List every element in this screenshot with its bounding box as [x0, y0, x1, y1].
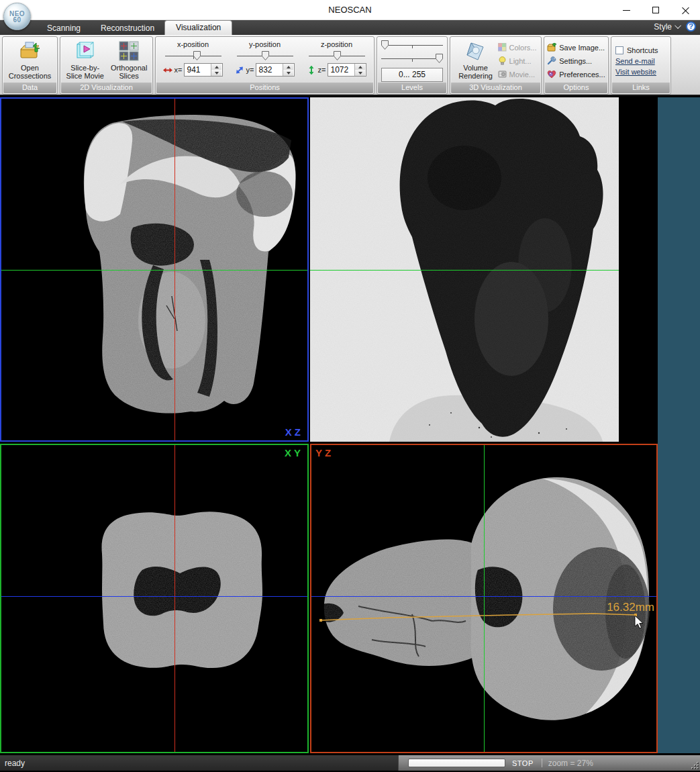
levels-max-slider[interactable] [381, 53, 443, 64]
levels-min-slider[interactable] [381, 40, 443, 50]
crosshair-y-green-line[interactable] [484, 445, 485, 752]
z-position-field-box [328, 63, 366, 77]
spin-down-icon [215, 72, 219, 75]
save-image-icon [547, 43, 556, 52]
volume-rendering-label: Volume Rendering [455, 64, 497, 80]
measurement-endpoint-start[interactable] [319, 619, 322, 622]
group-options: Save Image... Settings... [544, 36, 609, 95]
z-slider-thumb[interactable] [334, 51, 341, 60]
viewport: XZ [0, 96, 700, 755]
ribbon-tab-bar: NEO 60 Scanning Reconstruction Visualiza… [0, 20, 700, 35]
slice-by-slice-movie-label: Slice-by-Slice Movie [63, 64, 107, 80]
colors-icon [498, 43, 507, 52]
open-crossections-button[interactable]: Open Crossections [6, 39, 54, 80]
progress-bar [408, 759, 505, 767]
movie-button: Movie... [498, 68, 537, 80]
x-slider-thumb[interactable] [193, 51, 201, 60]
help-icon[interactable]: ? [686, 21, 696, 32]
z-position-spinner [354, 64, 365, 76]
y-slider-thumb[interactable] [262, 51, 269, 60]
levels-min-thumb[interactable] [381, 40, 389, 50]
status-separator [542, 759, 542, 767]
colors-label: Colors... [509, 44, 537, 52]
view-yz[interactable]: YZ 16.32mm [310, 444, 658, 753]
shortcuts-checkbox[interactable] [615, 46, 623, 54]
crosshair-z-green-line[interactable] [1, 270, 307, 271]
y-axis-icon [235, 66, 244, 75]
settings-label: Settings... [559, 57, 592, 65]
levels-range-display: 0... 255 [381, 68, 443, 82]
tab-scanning[interactable]: Scanning [37, 21, 91, 35]
shortcuts-label: Shortcuts [627, 46, 658, 54]
x-spin-up-button[interactable] [211, 64, 221, 70]
view-projection[interactable] [310, 97, 619, 442]
y-position-spinner [283, 64, 293, 76]
group-caption-data: Data [3, 83, 56, 93]
x-position-spinner [211, 64, 221, 76]
z-position-slider[interactable] [309, 50, 365, 61]
style-menu[interactable]: Style [654, 22, 672, 32]
group-2d-visualization: Slice-by-Slice Movie Orthogonal Slices [60, 36, 153, 95]
maximize-button[interactable] [641, 0, 670, 20]
save-image-button[interactable]: Save Image... [547, 42, 605, 53]
view-xy[interactable]: XY [0, 444, 309, 753]
levels-max-thumb[interactable] [436, 54, 443, 63]
neoscan-logo[interactable]: NEO 60 [3, 3, 31, 30]
light-label: Light... [509, 57, 532, 65]
style-chevron-icon[interactable] [674, 22, 681, 29]
group-links: Shortcuts Send e-mail Visit website Link… [611, 36, 671, 95]
close-button[interactable] [670, 0, 700, 20]
y-position-slider[interactable] [237, 50, 293, 61]
crosshair-x-red-line[interactable] [174, 445, 175, 752]
view-xz[interactable]: XZ [0, 97, 309, 442]
ribbon: Open Crossections Data Slice-by-Slice Mo… [0, 35, 700, 96]
y-spin-down-button[interactable] [283, 70, 293, 76]
preferences-button[interactable]: Preferences... [547, 68, 605, 80]
mouse-cursor [634, 615, 645, 630]
tab-reconstruction[interactable]: Reconstruction [91, 21, 164, 35]
crosshair-z-green-line[interactable] [310, 270, 619, 271]
open-crossections-label: Open Crossections [6, 64, 54, 80]
light-icon [498, 56, 507, 65]
settings-button[interactable]: Settings... [547, 55, 592, 66]
resize-grip[interactable] [691, 761, 699, 769]
shortcuts-toggle[interactable]: Shortcuts [615, 46, 658, 54]
z-spin-down-button[interactable] [355, 70, 365, 76]
visit-website-link[interactable]: Visit website [615, 68, 656, 76]
logo-text-bottom: 60 [13, 17, 21, 23]
folder-open-icon [19, 40, 42, 62]
stop-button[interactable]: STOP [512, 759, 534, 767]
slice-by-slice-movie-button[interactable]: Slice-by-Slice Movie [63, 39, 107, 80]
minimize-button[interactable] [611, 0, 641, 20]
x-position-input[interactable] [185, 64, 211, 76]
group-data: Open Crossections Data [2, 36, 58, 95]
z-spin-up-button[interactable] [355, 64, 365, 70]
close-icon [682, 7, 689, 14]
crosshair-z-blue-line[interactable] [311, 596, 656, 597]
orthogonal-slices-label: Orthogonal Slices [108, 64, 150, 80]
x-axis-icon [163, 66, 172, 75]
app-window: NEOSCAN NEO 60 Scanning Reconstruction V… [0, 0, 700, 772]
crosshair-y-blue-line[interactable] [1, 596, 307, 597]
z-position-input[interactable] [328, 64, 354, 76]
tab-visualization[interactable]: Visualization [164, 20, 232, 35]
spin-up-icon [287, 66, 291, 68]
maximize-icon [652, 7, 659, 13]
z-equals-label: z= [318, 66, 326, 74]
status-bar: ready STOP zoom = 27% [0, 755, 700, 771]
y-position-label: y-position [249, 40, 281, 48]
x-position-field-box [184, 63, 223, 77]
preferences-label: Preferences... [559, 70, 605, 79]
x-spin-down-button[interactable] [211, 70, 221, 76]
volume-rendering-button[interactable]: Volume Rendering [455, 39, 497, 80]
volume-rendering-icon [464, 40, 487, 62]
window-title: NEOSCAN [0, 5, 700, 15]
y-position-input[interactable] [256, 64, 283, 76]
send-email-link[interactable]: Send e-mail [615, 57, 655, 65]
yz-view-label: YZ [315, 447, 334, 459]
settings-icon [547, 56, 556, 65]
orthogonal-slices-button[interactable]: Orthogonal Slices [108, 39, 150, 80]
spin-down-icon [287, 72, 291, 75]
x-position-slider[interactable] [165, 50, 221, 61]
y-spin-up-button[interactable] [283, 64, 293, 70]
